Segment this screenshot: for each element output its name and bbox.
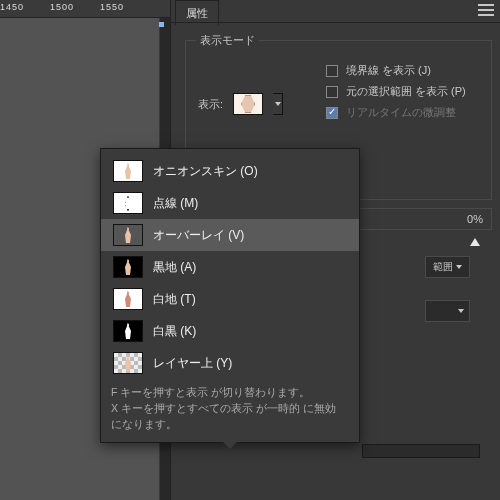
ruler-mark: 1500 <box>50 2 74 12</box>
checkbox-show-bounds[interactable] <box>326 65 338 77</box>
checkbox-label: リアルタイムの微調整 <box>346 105 456 120</box>
popup-hint-2: X キーを押すとすべての表示 が一時的 に無効 になります。 <box>111 401 349 433</box>
thumb-icon <box>113 288 143 310</box>
ruler-mark: 1550 <box>100 2 124 12</box>
popup-item-label: 黒地 (A) <box>153 259 196 276</box>
checkbox-label: 元の選択範囲 を表示 (P) <box>346 84 466 99</box>
thumb-icon <box>113 192 143 214</box>
popup-item-overlay[interactable]: オーバーレイ (V) <box>101 219 359 251</box>
popup-item-label: オーバーレイ (V) <box>153 227 244 244</box>
popup-item-on-white[interactable]: 白地 (T) <box>101 283 359 315</box>
popup-footer: F キーを押すと表示 が切り替わります。 X キーを押すとすべての表示 が一時的… <box>101 379 359 436</box>
checkbox-realtime-tune <box>326 107 338 119</box>
group-title: 表示モード <box>196 33 259 48</box>
thumb-icon <box>113 320 143 342</box>
popup-arrow-icon <box>223 442 237 449</box>
ruler: 1450 1500 1550 <box>0 0 170 18</box>
display-mode-popup: オニオンスキン (O) 点線 (M) オーバーレイ (V) 黒地 (A) 白地 … <box>100 148 360 443</box>
popup-hint-1: F キーを押すと表示 が切り替わります。 <box>111 385 349 401</box>
thumb-icon <box>113 352 143 374</box>
opacity-field[interactable]: 0% <box>340 208 492 230</box>
range-dropdown[interactable]: 範囲 <box>425 256 470 278</box>
popup-item-black-white[interactable]: 白黒 (K) <box>101 315 359 347</box>
range-dropdown-label: 範囲 <box>433 260 453 274</box>
popup-item-label: 白地 (T) <box>153 291 196 308</box>
popup-item-onion-skin[interactable]: オニオンスキン (O) <box>101 155 359 187</box>
popup-item-on-black[interactable]: 黒地 (A) <box>101 251 359 283</box>
ruler-mark: 1450 <box>0 2 24 12</box>
bottom-field[interactable] <box>362 444 480 458</box>
display-label: 表示: <box>198 97 223 112</box>
thumb-icon <box>113 224 143 246</box>
secondary-dropdown[interactable] <box>425 300 470 322</box>
popup-item-label: 白黒 (K) <box>153 323 196 340</box>
popup-item-marching-ants[interactable]: 点線 (M) <box>101 187 359 219</box>
thumb-icon <box>113 256 143 278</box>
display-dropdown-chevron-icon[interactable] <box>273 93 283 115</box>
slider-thumb-icon[interactable] <box>470 238 480 246</box>
popup-item-label: オニオンスキン (O) <box>153 163 258 180</box>
checkbox-show-original[interactable] <box>326 86 338 98</box>
display-swatch <box>233 93 263 115</box>
popup-item-label: レイヤー上 (Y) <box>153 355 232 372</box>
opacity-value: 0% <box>467 213 483 225</box>
thumb-icon <box>113 160 143 182</box>
checkbox-label: 境界線 を表示 (J) <box>346 63 431 78</box>
popup-item-label: 点線 (M) <box>153 195 198 212</box>
panel-menu-icon[interactable] <box>478 4 494 16</box>
canvas-marker <box>159 22 164 27</box>
popup-item-on-layers[interactable]: レイヤー上 (Y) <box>101 347 359 379</box>
